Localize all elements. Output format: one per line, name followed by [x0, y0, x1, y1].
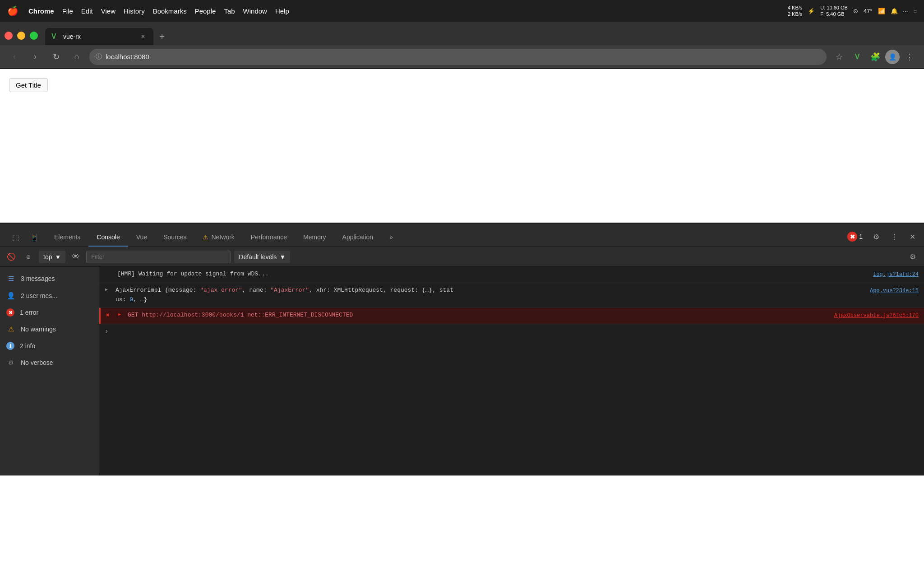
tab-vue[interactable]: Vue — [128, 228, 155, 247]
devtools-panel: ⬚ 📱 Elements Console Vue Sources ⚠Networ… — [0, 223, 924, 475]
chrome-menu-button[interactable]: ⋮ — [901, 49, 918, 65]
levels-label: Default levels — [239, 253, 277, 261]
sidebar-item-warnings[interactable]: ⚠ No warnings — [0, 321, 99, 337]
errors-icon: ✖ — [6, 308, 14, 317]
get-title-button[interactable]: Get Title — [9, 78, 48, 92]
traffic-lights — [5, 32, 38, 40]
devtools-close-button[interactable]: ✕ — [904, 228, 920, 245]
device-toolbar-button[interactable]: 📱 — [26, 229, 42, 246]
preserve-log-button[interactable]: ⊘ — [22, 250, 35, 264]
clear-console-button[interactable]: 🚫 — [5, 250, 18, 264]
tab-favicon: V — [51, 33, 60, 41]
traffic-light-close[interactable] — [5, 32, 13, 40]
console-source-1[interactable]: log.js?1afd:24 — [873, 270, 924, 278]
levels-chevron: ▼ — [279, 253, 286, 261]
menu-people[interactable]: People — [195, 7, 216, 15]
reload-button[interactable]: ↻ — [48, 49, 64, 65]
console-error-line: ✖ ▶ GET http://localhost:3000/books/1 ne… — [99, 308, 924, 324]
eye-button[interactable]: 👁 — [69, 250, 83, 264]
warnings-icon: ⚠ — [6, 325, 15, 334]
page-content: Get Title — [0, 69, 924, 223]
tab-performance[interactable]: Performance — [243, 228, 295, 247]
levels-selector[interactable]: Default levels ▼ — [234, 251, 290, 263]
sidebar-item-info[interactable]: ℹ 2 info — [0, 338, 99, 354]
inspect-element-button[interactable]: ⬚ — [7, 229, 23, 246]
bookmark-star-button[interactable]: ☆ — [831, 49, 847, 65]
forward-button[interactable]: › — [27, 49, 43, 65]
menu-bar: 🍎 Chrome File Edit View History Bookmark… — [0, 0, 924, 22]
tab-network[interactable]: ⚠Network — [194, 228, 242, 247]
sidebar-item-verbose[interactable]: ⚙ No verbose — [0, 354, 99, 371]
menu-window[interactable]: Window — [243, 7, 267, 15]
tab-console[interactable]: Console — [88, 228, 128, 247]
battery-icon: ⚡ — [808, 8, 815, 14]
devtools-sidebar: ☰ 3 messages 👤 2 user mes... ✖ 1 error ⚠… — [0, 267, 99, 475]
console-source-3[interactable]: AjaxObservable.js?6fc5:170 — [834, 311, 924, 319]
console-gutter — [99, 270, 114, 280]
hmr-message: [HMR] Waiting for update signal from WDS… — [117, 270, 268, 277]
extensions-button[interactable]: 🧩 — [867, 49, 883, 65]
console-filter-input[interactable] — [86, 251, 231, 263]
traffic-light-fullscreen[interactable] — [30, 32, 38, 40]
menu-help[interactable]: Help — [275, 7, 289, 15]
messages-label: 3 messages — [21, 275, 55, 282]
console-prompt[interactable]: › — [99, 324, 924, 339]
error-url[interactable]: http://localhost:3000/books/1 — [142, 312, 244, 318]
temperature: 47° — [864, 8, 873, 14]
tab-bar: V vue-rx ✕ + — [0, 22, 924, 45]
devtools-more-button[interactable]: ⋮ — [886, 228, 902, 245]
messages-icon: ☰ — [6, 274, 15, 283]
menu-view[interactable]: View — [101, 7, 116, 15]
traffic-light-minimize[interactable] — [17, 32, 25, 40]
info-icon: ℹ — [6, 342, 14, 350]
back-button[interactable]: ‹ — [6, 49, 23, 65]
security-icon: ⓘ — [96, 53, 102, 61]
tab-sources[interactable]: Sources — [155, 228, 194, 247]
expand-arrow[interactable]: ▶ — [105, 287, 108, 292]
menu-history[interactable]: History — [124, 7, 145, 15]
address-bar[interactable]: ⓘ localhost:8080 — [89, 49, 827, 65]
ajax-impl-label: AjaxErrorImpl {message: — [116, 287, 200, 294]
ajax-status-val: 0 — [129, 296, 133, 303]
airdrop-icon: ⊙ — [853, 8, 858, 14]
tab-more[interactable]: » — [381, 228, 401, 247]
tab-memory[interactable]: Memory — [295, 228, 334, 247]
new-tab-button[interactable]: + — [153, 28, 171, 45]
app-name[interactable]: Chrome — [28, 7, 54, 15]
storage-info: U: 10.60 GB F: 5.40 GB — [820, 5, 848, 18]
menu-extra: ≡ — [913, 8, 917, 14]
nav-bar: ‹ › ↻ ⌂ ⓘ localhost:8080 ☆ V 🧩 👤 ⋮ — [0, 45, 924, 69]
console-source-2[interactable]: App.vue?234e:15 — [870, 286, 924, 294]
context-selector[interactable]: top ▼ — [39, 251, 65, 263]
console-text: [HMR] Waiting for update signal from WDS… — [114, 270, 873, 280]
verbose-icon: ⚙ — [6, 358, 15, 367]
menu-bookmarks[interactable]: Bookmarks — [153, 7, 187, 15]
menu-edit[interactable]: Edit — [81, 7, 93, 15]
tab-application[interactable]: Application — [334, 228, 382, 247]
console-settings-button[interactable]: ⚙ — [906, 250, 919, 264]
menu-file[interactable]: File — [62, 7, 73, 15]
tab-close-button[interactable]: ✕ — [139, 33, 147, 41]
vue-devtools-button[interactable]: V — [849, 49, 865, 65]
devtools-tab-end: ✖ 1 ⚙ ⋮ ✕ — [847, 228, 920, 247]
profile-button[interactable]: 👤 — [885, 50, 900, 64]
info-label: 2 info — [20, 342, 35, 350]
sidebar-item-messages[interactable]: ☰ 3 messages — [0, 270, 99, 287]
more-icon: ··· — [903, 8, 908, 14]
error-expand-arrow[interactable]: ▶ — [118, 312, 121, 317]
console-output[interactable]: [HMR] Waiting for update signal from WDS… — [99, 267, 924, 475]
devtools-settings-button[interactable]: ⚙ — [868, 228, 884, 245]
home-button[interactable]: ⌂ — [69, 49, 85, 65]
menu-tab[interactable]: Tab — [224, 7, 235, 15]
browser-tab-active[interactable]: V vue-rx ✕ — [45, 28, 153, 45]
tab-elements[interactable]: Elements — [46, 228, 88, 247]
sidebar-item-user-messages[interactable]: 👤 2 user mes... — [0, 288, 99, 304]
console-error-text: GET http://localhost:3000/books/1 net::E… — [124, 311, 834, 321]
browser-chrome: V vue-rx ✕ + ‹ › ↻ ⌂ ⓘ localhost:8080 ☆ … — [0, 22, 924, 69]
error-expand-gutter: ▶ — [115, 311, 124, 321]
devtools-main: ☰ 3 messages 👤 2 user mes... ✖ 1 error ⚠… — [0, 267, 924, 475]
console-text-ajax: AjaxErrorImpl {message: "ajax error", na… — [114, 286, 870, 305]
console-line: [HMR] Waiting for update signal from WDS… — [99, 267, 924, 283]
apple-menu[interactable]: 🍎 — [7, 5, 18, 16]
sidebar-item-errors[interactable]: ✖ 1 error — [0, 305, 99, 320]
